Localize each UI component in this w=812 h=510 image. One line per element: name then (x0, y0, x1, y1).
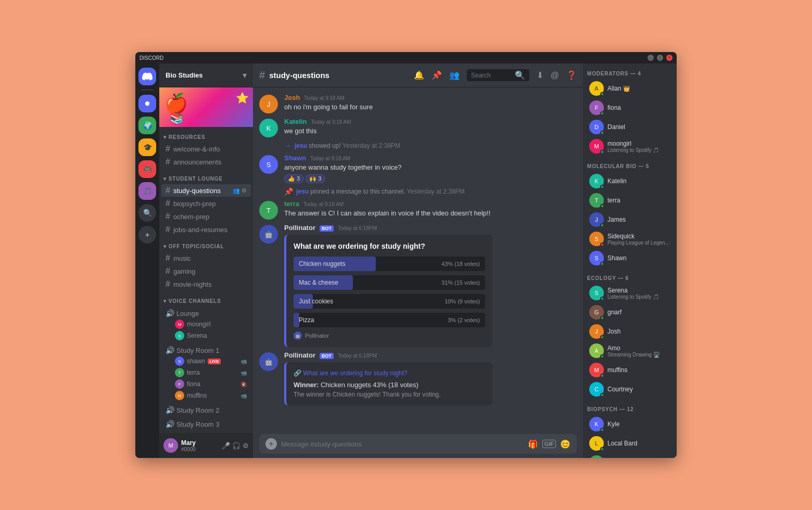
server-header[interactable]: Bio Studies ▾ (159, 63, 253, 87)
member-item[interactable]: W Winston (585, 453, 675, 458)
search-input[interactable] (471, 72, 513, 79)
poll-option[interactable]: Chicken nuggets 43% (18 votes) (294, 257, 485, 271)
member-item[interactable]: D Daniel (585, 118, 675, 136)
member-item[interactable]: K Katelin (585, 172, 675, 190)
member-info: Local Bard (607, 440, 670, 447)
hash-icon: # (166, 199, 170, 208)
system-message: 📌 jesu pinned a message to this channel.… (253, 185, 583, 198)
member-item[interactable]: S Shawn (585, 249, 675, 267)
member-item[interactable]: S Serena Listening to Spotify 🎵 (585, 284, 675, 302)
member-item[interactable]: F fiona (585, 98, 675, 117)
search-server-icon[interactable]: 🔍 (138, 204, 156, 222)
voice-member: S shawn LIVE 📹 (166, 355, 247, 367)
category-voice[interactable]: ▾ VOICE CHANNELS (159, 291, 253, 306)
member-item[interactable]: S Sidequick Playing League of Legends 🎮 (585, 230, 675, 248)
voice-channel-lounge[interactable]: 🔊 Lounge M moongirl S Serena (161, 307, 251, 343)
members-icon[interactable]: 👥 (449, 70, 460, 80)
message-text: anyone wanna study together in voice? (284, 163, 577, 172)
category-resources[interactable]: ▾ RESOURCES (159, 127, 253, 142)
poll-option[interactable]: Just cookies 10% (9 votes) (294, 294, 485, 309)
pin-icon[interactable]: 📌 (432, 70, 442, 80)
channel-biopsych-prep[interactable]: # biopsych-prep (161, 197, 251, 210)
gif-icon[interactable]: GIF (542, 440, 556, 448)
poll-option[interactable]: Pizza 3% (2 votes) (294, 313, 485, 327)
server-icon-2[interactable]: 🌍 (138, 117, 156, 134)
member-name: moongirl (187, 321, 211, 328)
chat-header: # study-questions 🔔 📌 👥 🔍 ⬇ @ ❓ (253, 63, 583, 87)
add-server-icon[interactable]: + (138, 226, 156, 244)
category-student-lounge[interactable]: ▾ STUDENT LOUNGE (159, 169, 253, 184)
close-button[interactable]: ✕ (666, 55, 673, 61)
member-item[interactable]: M muffins (585, 361, 675, 379)
server-icon-5[interactable]: 🎵 (138, 182, 156, 200)
voice-channel-study-room-1[interactable]: 🔊 Study Room 1 S shawn LIVE 📹 T terra 📹 (161, 343, 251, 403)
reaction[interactable]: 👍 3 (284, 174, 303, 183)
channel-study-questions[interactable]: # study-questions 👥 ⚙ (161, 184, 251, 197)
hash-icon: # (166, 225, 170, 234)
reaction[interactable]: 🙌 3 (306, 174, 325, 183)
voice-channel-study-room-2[interactable]: 🔊 Study Room 2 (161, 403, 251, 417)
member-status: Listening to Spotify 🎵 (607, 147, 670, 153)
message-avatar: J (259, 95, 278, 113)
members-icon[interactable]: 👥 (233, 187, 240, 194)
at-icon[interactable]: @ (551, 71, 559, 80)
microphone-icon[interactable]: 🎤 (222, 442, 230, 450)
settings-icon[interactable]: ⚙ (243, 442, 249, 450)
member-item[interactable]: M moongirl Listening to Spotify 🎵 (585, 137, 675, 156)
category-offtopic[interactable]: ▾ OFF TOPIC/SOCIAL (159, 236, 253, 251)
server-icon-4[interactable]: 🎮 (138, 160, 156, 178)
poll-bar: Chicken nuggets 43% (18 votes) (294, 257, 485, 271)
messages-area: J Josh Today at 9:18 AM oh no i'm going … (253, 87, 583, 430)
message-group: T terra Today at 9:18 AM The answer is C… (253, 198, 583, 222)
help-icon[interactable]: ❓ (566, 70, 577, 80)
member-item[interactable]: K Kyle (585, 415, 675, 434)
gift-icon[interactable]: 🎁 (528, 439, 538, 449)
minimize-button[interactable]: — (648, 55, 654, 61)
member-status: Listening to Spotify 🎵 (607, 294, 670, 300)
channel-music[interactable]: # music (161, 252, 251, 264)
message-header: Pollinator BOT Today at 6:18PM (284, 224, 577, 232)
message-author: Pollinator (284, 224, 315, 232)
member-item[interactable]: J James (585, 210, 675, 229)
emoji-icon[interactable]: 😊 (560, 439, 570, 449)
search-box[interactable]: 🔍 (467, 69, 529, 81)
voice-channel-label: Study Room 1 (176, 347, 219, 354)
message-avatar: 🤖 (259, 352, 278, 371)
server-icon-3[interactable]: 🎓 (138, 138, 156, 156)
channel-ochem-prep[interactable]: # ochem-prep (161, 210, 251, 223)
member-item[interactable]: T terra (585, 191, 675, 210)
member-status: Playing League of Legends 🎮 (607, 240, 670, 246)
message-avatar: S (259, 155, 278, 174)
member-item[interactable]: G gnarf (585, 303, 675, 322)
member-item[interactable]: C Courtney (585, 380, 675, 399)
status-indicator (600, 335, 604, 339)
download-icon[interactable]: ⬇ (537, 70, 543, 80)
channel-movie-nights[interactable]: # movie-nights (161, 278, 251, 290)
member-item[interactable]: A Amo Streaming Drawing 🖥️ (585, 341, 675, 360)
headphone-icon[interactable]: 🎧 (232, 442, 240, 450)
member-item[interactable]: J Josh (585, 322, 675, 341)
member-avatar: G (589, 305, 604, 320)
discord-home-icon[interactable] (138, 68, 156, 85)
channel-jobs-resumes[interactable]: # jobs-and-resumes (161, 223, 251, 236)
channel-gaming[interactable]: # gaming (161, 265, 251, 277)
bell-icon[interactable]: 🔔 (414, 70, 424, 80)
maximize-button[interactable]: □ (657, 55, 663, 61)
channel-welcome-info[interactable]: # welcome-&-info (161, 143, 251, 155)
system-text: jesu pinned a message to this channel. Y… (296, 188, 465, 195)
poll-option-label: Chicken nuggets (299, 260, 345, 267)
member-avatar: A (589, 343, 604, 358)
speaker-icon: 🔊 (166, 309, 174, 317)
add-content-icon[interactable]: + (265, 438, 277, 450)
server-icon-1[interactable] (138, 95, 156, 112)
window-controls: — □ ✕ (648, 55, 673, 61)
message-input[interactable] (281, 440, 524, 448)
voice-channel-label: Study Room 3 (176, 420, 219, 428)
member-item[interactable]: A Allan 👑 (585, 79, 675, 98)
channel-announcements[interactable]: # announcements (161, 156, 251, 168)
poll-option[interactable]: Mac & cheese 31% (15 votes) (294, 275, 485, 290)
category-label: VOICE CHANNELS (169, 298, 221, 304)
member-item[interactable]: L Local Bard (585, 434, 675, 453)
voice-channel-study-room-3[interactable]: 🔊 Study Room 3 (161, 417, 251, 431)
settings-icon[interactable]: ⚙ (242, 187, 247, 194)
